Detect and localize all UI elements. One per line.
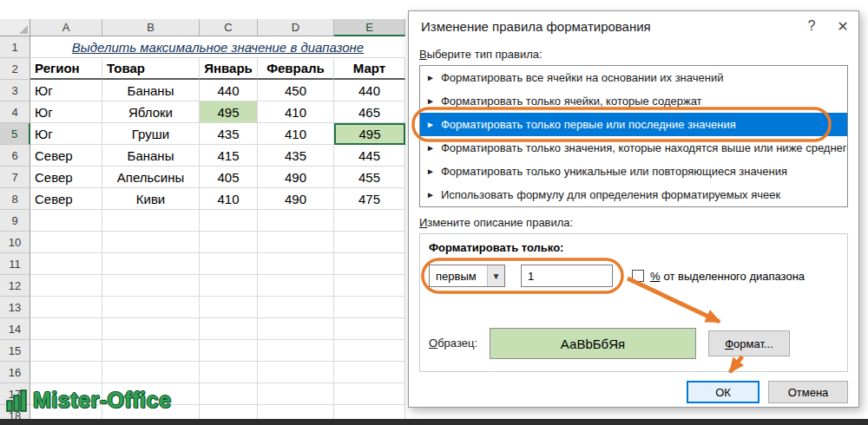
empty-cell[interactable] <box>258 383 334 405</box>
rank-dropdown[interactable]: первым ▼ <box>429 265 505 287</box>
empty-cell[interactable] <box>200 318 258 340</box>
cell[interactable]: 435 <box>258 145 334 167</box>
rule-option-6[interactable]: ► Использовать формулу для определения ф… <box>420 183 847 206</box>
header-tovar[interactable]: Товар <box>102 58 200 80</box>
empty-cell[interactable] <box>200 362 258 383</box>
empty-cell[interactable] <box>102 275 200 297</box>
row-header-12[interactable]: 12 <box>0 275 30 297</box>
cell[interactable]: 410 <box>258 101 334 123</box>
percent-checkbox[interactable] <box>632 270 644 282</box>
cancel-button[interactable]: Отмена <box>768 381 848 403</box>
rule-option-1[interactable]: ► Форматировать все ячейки на основании … <box>420 66 847 89</box>
empty-cell[interactable] <box>102 210 200 232</box>
cell[interactable]: 490 <box>258 188 334 210</box>
row-header-7[interactable]: 7 <box>0 167 30 188</box>
empty-cell[interactable] <box>200 405 258 419</box>
empty-cell[interactable] <box>200 340 258 362</box>
rank-count-input[interactable] <box>521 265 613 287</box>
empty-cell[interactable] <box>200 253 258 275</box>
empty-cell[interactable] <box>102 297 200 318</box>
column-header-a[interactable]: A <box>30 19 102 36</box>
row-header-3[interactable]: 3 <box>0 80 30 101</box>
cell[interactable]: 450 <box>258 80 334 101</box>
cell[interactable]: Бананы <box>102 80 200 101</box>
empty-cell[interactable] <box>30 275 102 297</box>
cell[interactable]: 440 <box>334 80 405 101</box>
empty-cell[interactable] <box>334 318 405 340</box>
row-header-6[interactable]: 6 <box>0 145 30 167</box>
empty-cell[interactable] <box>258 210 334 232</box>
empty-cell[interactable] <box>258 318 334 340</box>
empty-cell[interactable] <box>102 318 200 340</box>
close-button[interactable]: ✕ <box>827 11 858 41</box>
empty-cell[interactable] <box>334 297 405 318</box>
cell[interactable]: Юг <box>30 80 102 101</box>
row-header-4[interactable]: 4 <box>0 101 30 123</box>
empty-cell[interactable] <box>102 253 200 275</box>
empty-cell[interactable] <box>334 362 405 383</box>
empty-cell[interactable] <box>200 383 258 405</box>
ok-button[interactable]: ОК <box>687 381 760 403</box>
cell[interactable]: 405 <box>200 167 258 188</box>
empty-cell[interactable] <box>102 362 200 383</box>
cell[interactable]: 440 <box>200 80 258 101</box>
chevron-down-icon[interactable]: ▼ <box>487 265 504 286</box>
empty-cell[interactable] <box>334 232 405 253</box>
row-header-16[interactable]: 16 <box>0 362 30 383</box>
empty-cell[interactable] <box>30 297 102 318</box>
header-march[interactable]: Март <box>334 58 405 80</box>
row-header-10[interactable]: 10 <box>0 232 30 253</box>
empty-cell[interactable] <box>258 340 334 362</box>
cell[interactable]: 475 <box>334 188 405 210</box>
empty-cell[interactable] <box>30 362 102 383</box>
empty-cell[interactable] <box>334 383 405 405</box>
empty-cell[interactable] <box>258 232 334 253</box>
row-header-5-selected[interactable]: 5 <box>0 123 30 145</box>
column-header-b[interactable]: B <box>102 19 200 36</box>
empty-cell[interactable] <box>200 297 258 318</box>
header-region[interactable]: Регион <box>30 58 102 80</box>
empty-cell[interactable] <box>258 362 334 383</box>
cell[interactable]: 445 <box>334 145 405 167</box>
cell[interactable]: Юг <box>30 101 102 123</box>
row-header-1[interactable]: 1 <box>0 36 30 58</box>
empty-cell[interactable] <box>258 275 334 297</box>
empty-cell[interactable] <box>334 210 405 232</box>
row-header-8[interactable]: 8 <box>0 188 30 210</box>
empty-cell[interactable] <box>30 210 102 232</box>
cell[interactable]: 435 <box>200 123 258 145</box>
cell[interactable]: 465 <box>334 101 405 123</box>
empty-cell[interactable] <box>334 253 405 275</box>
cell[interactable]: Яблоки <box>102 101 200 123</box>
cell[interactable]: Бананы <box>102 145 200 167</box>
empty-cell[interactable] <box>200 275 258 297</box>
rule-option-4[interactable]: ► Форматировать только значения, которые… <box>420 136 847 160</box>
empty-cell[interactable] <box>200 232 258 253</box>
header-january[interactable]: Январь <box>200 58 258 80</box>
empty-cell[interactable] <box>30 318 102 340</box>
rule-option-5[interactable]: ► Форматировать только уникальные или по… <box>420 160 847 183</box>
empty-cell[interactable] <box>102 232 200 253</box>
empty-cell[interactable] <box>30 340 102 362</box>
row-header-11[interactable]: 11 <box>0 253 30 275</box>
cell[interactable]: 415 <box>200 145 258 167</box>
cell[interactable]: 410 <box>200 188 258 210</box>
select-all-corner[interactable] <box>0 19 30 36</box>
empty-cell[interactable] <box>102 340 200 362</box>
cell[interactable]: 490 <box>258 167 334 188</box>
column-header-c[interactable]: C <box>200 19 258 36</box>
empty-cell[interactable] <box>258 405 334 419</box>
empty-cell[interactable] <box>334 275 405 297</box>
cell[interactable]: 455 <box>334 167 405 188</box>
empty-cell[interactable] <box>334 405 405 419</box>
empty-cell[interactable] <box>258 297 334 318</box>
help-button[interactable]: ? <box>796 11 827 41</box>
cell-E5-active[interactable]: 495 <box>334 123 405 145</box>
rule-option-3-selected[interactable]: ► Форматировать только первые или послед… <box>420 113 847 136</box>
empty-cell[interactable] <box>258 253 334 275</box>
cell[interactable]: Груши <box>102 123 200 145</box>
cell-C4-highlighted[interactable]: 495 <box>200 101 258 123</box>
cell[interactable]: Киви <box>102 188 200 210</box>
rule-option-2[interactable]: ► Форматировать только ячейки, которые с… <box>420 89 847 113</box>
empty-cell[interactable] <box>30 232 102 253</box>
